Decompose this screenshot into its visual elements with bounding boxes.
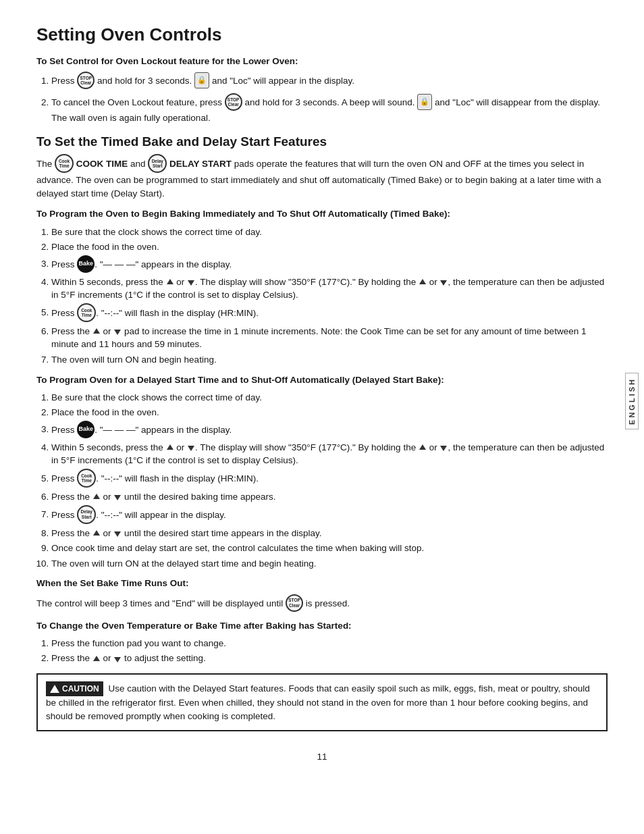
arrow-down-icon8 bbox=[114, 657, 121, 662]
timed-bake-intro: The CookTime COOK TIME and DelayStart DE… bbox=[36, 155, 608, 201]
program-immediately-section: To Program the Oven to Begin Baking Imme… bbox=[36, 207, 608, 366]
lock-icon2: 🔒 bbox=[417, 94, 432, 110]
list-item: Press the function pad you want to chang… bbox=[51, 637, 608, 650]
arrow-down-icon2 bbox=[440, 280, 447, 286]
stop-clear-button-icon2: STOPClear bbox=[225, 93, 242, 111]
arrow-up-icon8 bbox=[93, 656, 100, 661]
page-content: ENGLISH Setting Oven Controls To Set Con… bbox=[0, 0, 644, 802]
arrow-up-icon3 bbox=[93, 328, 100, 334]
cook-time-icon2: CookTime bbox=[77, 303, 96, 322]
program-immediately-heading: To Program the Oven to Begin Baking Imme… bbox=[36, 207, 608, 221]
page-title: Setting Oven Controls bbox=[36, 24, 608, 45]
lockout-heading: To Set Control for Oven Lockout feature … bbox=[36, 55, 608, 68]
list-item: Place the food in the oven. bbox=[51, 240, 608, 254]
caution-label: CAUTION bbox=[46, 681, 103, 696]
list-item: Press CookTime. "--:--" will flash in th… bbox=[51, 469, 608, 488]
arrow-up-icon bbox=[167, 279, 173, 284]
change-temp-list: Press the function pad you want to chang… bbox=[51, 637, 608, 665]
arrow-up-icon6 bbox=[93, 494, 100, 499]
arrow-down-icon bbox=[188, 280, 194, 286]
list-item: The oven will turn ON and begin heating. bbox=[51, 353, 608, 367]
caution-text: Use caution with the Delayed Start featu… bbox=[46, 683, 590, 721]
bake-time-runs-out-heading: When the Set Bake Time Runs Out: bbox=[36, 577, 608, 590]
list-item: Press the or to adjust the setting. bbox=[51, 652, 608, 665]
bake-time-runs-out-text: The control will beep 3 times and "End" … bbox=[36, 595, 608, 613]
list-item: Be sure that the clock shows the correct… bbox=[51, 226, 608, 239]
cook-time-icon3: CookTime bbox=[77, 469, 96, 488]
caution-box: CAUTION Use caution with the Delayed Sta… bbox=[36, 673, 608, 732]
list-item: Press STOPClear and hold for 3 seconds. … bbox=[51, 72, 608, 90]
arrow-up-icon7 bbox=[93, 530, 100, 536]
arrow-up-icon4 bbox=[167, 444, 173, 450]
delay-start-icon: DelayStart bbox=[148, 154, 167, 173]
list-item: Press Bake. "— — —" appears in the displ… bbox=[51, 421, 608, 439]
arrow-up-icon5 bbox=[419, 444, 426, 450]
timed-bake-section: To Set the Timed Bake and Delay Start Fe… bbox=[36, 134, 608, 201]
delayed-start-section: To Program Oven for a Delayed Start Time… bbox=[36, 373, 608, 571]
list-item: Be sure that the clock shows the correct… bbox=[51, 391, 608, 405]
program-immediately-list: Be sure that the clock shows the correct… bbox=[51, 226, 608, 367]
list-item: Press the or pad to increase the time in… bbox=[51, 325, 608, 351]
list-item: To cancel the Oven Lockout feature, pres… bbox=[51, 94, 608, 125]
list-item: Press DelayStart. "--:--" will appear in… bbox=[51, 506, 608, 525]
lockout-section: To Set Control for Oven Lockout feature … bbox=[36, 55, 608, 125]
timed-bake-heading: To Set the Timed Bake and Delay Start Fe… bbox=[36, 134, 608, 149]
list-item: Press the or until the desired baking ti… bbox=[51, 490, 608, 504]
delayed-start-heading: To Program Oven for a Delayed Start Time… bbox=[36, 373, 608, 387]
list-item: The oven will turn ON at the delayed sta… bbox=[51, 557, 608, 571]
page-number: 11 bbox=[36, 752, 608, 762]
bake-button-icon2: Bake bbox=[77, 421, 95, 438]
arrow-down-icon5 bbox=[440, 446, 447, 451]
list-item: Press Bake. "— — —" appears in the displ… bbox=[51, 256, 608, 273]
list-item: Within 5 seconds, press the or . The dis… bbox=[51, 276, 608, 302]
lockout-steps-list: Press STOPClear and hold for 3 seconds. … bbox=[51, 72, 608, 125]
list-item: Once cook time and delay start are set, … bbox=[51, 542, 608, 555]
cook-time-icon: CookTime bbox=[55, 154, 74, 173]
arrow-down-icon6 bbox=[114, 495, 121, 500]
delay-start-icon2: DelayStart bbox=[77, 505, 96, 524]
change-temp-heading: To Change the Oven Temperature or Bake T… bbox=[36, 619, 608, 633]
arrow-down-icon7 bbox=[114, 531, 121, 537]
arrow-down-icon4 bbox=[188, 446, 194, 451]
stop-clear-button-icon: STOPClear bbox=[77, 72, 95, 89]
lock-icon: 🔒 bbox=[194, 72, 209, 88]
arrow-down-icon3 bbox=[114, 330, 121, 335]
list-item: Press CookTime. "--:--" will flash in th… bbox=[51, 304, 608, 323]
english-sidebar: ENGLISH bbox=[625, 373, 639, 429]
change-temp-section: To Change the Oven Temperature or Bake T… bbox=[36, 619, 608, 665]
list-item: Place the food in the oven. bbox=[51, 406, 608, 419]
list-item: Within 5 seconds, press the or . The dis… bbox=[51, 441, 608, 467]
arrow-up-icon2 bbox=[419, 279, 426, 284]
bake-button-icon: Bake bbox=[77, 255, 95, 273]
delayed-start-list: Be sure that the clock shows the correct… bbox=[51, 391, 608, 571]
caution-triangle-icon bbox=[50, 685, 59, 693]
bake-time-runs-out-section: When the Set Bake Time Runs Out: The con… bbox=[36, 577, 608, 612]
list-item: Press the or until the desired start tim… bbox=[51, 527, 608, 540]
stop-clear-button-icon3: STOPClear bbox=[286, 594, 303, 612]
